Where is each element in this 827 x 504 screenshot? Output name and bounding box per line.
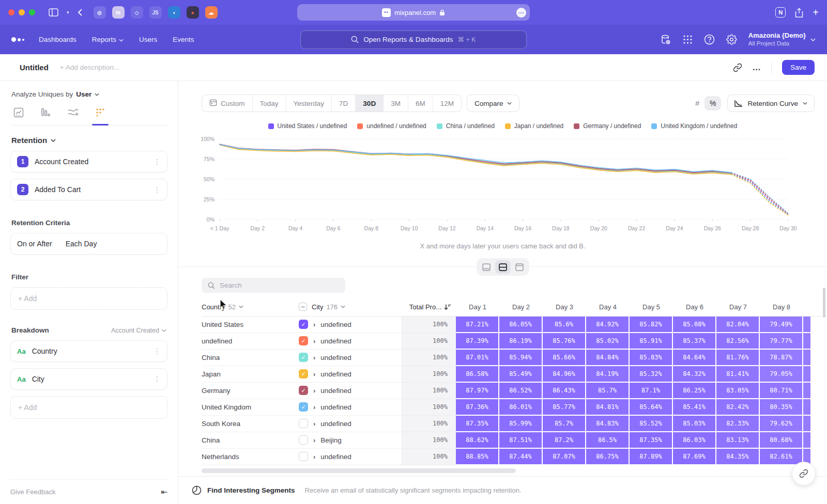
retention-value-cell[interactable]: 83.13% [716,432,760,449]
kebab-menu-icon[interactable]: ⋮ [154,158,161,166]
add-description[interactable]: + Add description... [60,64,119,71]
retention-value-cell[interactable]: 87.35% [456,416,499,432]
retention-value-cell[interactable]: 85.7% [543,416,586,432]
retention-value-cell[interactable]: 86.19% [499,333,543,350]
retention-value-cell[interactable]: 85.6% [543,317,586,333]
retention-value-cell[interactable]: 85.64% [630,399,673,416]
day-column-header[interactable]: Day 1 [456,298,499,316]
retention-value-cell[interactable]: 86.52% [499,383,543,399]
breakdown-card[interactable]: AaCity⋮ [10,368,167,390]
m-extension-icon[interactable]: m [112,6,125,19]
legend-item[interactable]: Japan / undefined [505,122,563,130]
legend-item[interactable]: United States / undefined [268,122,347,130]
new-tab-icon[interactable]: + [813,7,819,18]
retention-value-cell[interactable]: 85.52% [630,416,673,432]
row-checkbox[interactable] [299,419,308,428]
add-filter-button[interactable]: + Add [10,287,167,310]
retention-value-cell[interactable]: 80.71% [760,383,803,399]
tab-flows[interactable] [65,106,81,125]
retention-value-cell[interactable]: 86.25% [673,383,716,399]
legend-item[interactable]: undefined / undefined [357,122,426,130]
range-yesterday[interactable]: Yesterday [286,95,332,112]
retention-value-cell[interactable]: 79.05% [760,366,803,383]
tab-funnels[interactable] [38,106,53,125]
retention-value-cell[interactable]: 79.49% [760,317,803,333]
vertical-scrollbar[interactable] [823,288,825,318]
range-30d[interactable]: 30D [356,95,384,112]
retention-value-cell[interactable]: 80.68% [760,432,803,449]
range-12m[interactable]: 12M [433,95,461,112]
retention-value-cell[interactable]: 85.76% [543,333,586,350]
range-3m[interactable]: 3M [384,95,408,112]
retention-value-cell[interactable]: 87.1% [630,383,673,399]
retention-value-cell[interactable]: 88.62% [456,432,499,449]
chart-type-selector[interactable]: Retention Curve [727,94,815,112]
retention-value-cell[interactable]: 85.99% [499,416,543,432]
retention-value-cell[interactable]: 86.43% [543,383,586,399]
table-row[interactable]: Netherlands›undefined100%88.85%87.44%87.… [202,449,827,465]
retention-value-cell[interactable]: 81.76% [716,350,760,366]
retention-value-cell[interactable]: 85.91% [630,333,673,350]
table-only-view-button[interactable] [512,260,527,274]
day-column-header[interactable]: Day 6 [673,298,716,316]
zoom-window-button[interactable] [29,9,35,15]
settings-gear-icon[interactable] [726,34,737,45]
help-icon[interactable] [704,34,715,45]
range-6m[interactable]: 6M [408,95,433,112]
retention-value-cell[interactable]: 85.66% [543,350,586,366]
row-checkbox[interactable] [299,452,308,461]
total-column-header[interactable]: Total Pro... [401,298,456,316]
row-checkbox[interactable]: ✓ [299,320,308,329]
retention-value-cell[interactable]: 84.19% [586,366,630,383]
analyze-value[interactable]: User [76,90,91,98]
retention-value-cell[interactable]: 85.83% [630,350,673,366]
chart-only-view-button[interactable] [479,260,494,274]
range-custom[interactable]: Custom [202,95,253,112]
retention-value-cell[interactable]: 87.44% [499,449,543,465]
retention-value-cell[interactable]: 82.56% [716,333,760,350]
retention-section-title[interactable]: Retention [11,136,166,145]
project-switcher[interactable]: Amazonia {Demo} All Project Data [748,32,816,48]
compare-button[interactable]: Compare [467,94,520,112]
retention-value-cell[interactable]: 79.77% [760,333,803,350]
expand-row-icon[interactable]: › [313,354,315,361]
retention-value-cell[interactable]: 84.96% [543,366,586,383]
share-icon[interactable] [795,8,803,18]
select-all-checkbox[interactable]: – [299,303,307,311]
retention-value-cell[interactable]: 84.83% [586,416,630,432]
table-row[interactable]: undefined✓›undefined100%87.39%86.19%85.7… [202,333,827,350]
retention-value-cell[interactable]: 86.01% [499,399,543,416]
retention-value-cell[interactable]: 82.33% [716,416,760,432]
retention-value-cell[interactable]: 84.92% [586,317,630,333]
expand-row-icon[interactable]: › [313,387,315,395]
table-row[interactable]: Germany✓›undefined100%87.97%86.52%86.43%… [202,383,827,399]
day-column-header[interactable]: Day 5 [630,298,673,316]
opal-icon[interactable]: ◎ [94,6,106,19]
day-column-header[interactable]: Day 7 [716,298,760,316]
address-bar[interactable]: •• mixpanel.com ••• [297,4,530,21]
js-icon[interactable]: JS [149,6,162,19]
retention-value-cell[interactable]: 79.62% [760,416,803,432]
retention-value-cell[interactable]: 86.05% [499,317,543,333]
retention-value-cell[interactable]: 87.01% [456,350,499,366]
expand-row-icon[interactable]: › [313,337,315,345]
day-column-header[interactable]: Day 4 [586,298,630,316]
data-management-icon[interactable] [660,34,671,45]
mixpanel-logo[interactable] [11,37,24,42]
city-column-header[interactable]: – City 176 [299,298,401,316]
retention-value-cell[interactable]: 88.85% [456,449,499,465]
horizontal-scrollbar[interactable] [202,468,516,474]
sidebar-toggle-icon[interactable] [49,8,58,17]
row-checkbox[interactable]: ✓ [299,353,308,362]
red-app-icon[interactable]: ● [187,6,199,19]
table-search-input[interactable]: Search [202,278,345,293]
save-button[interactable]: Save [782,60,815,75]
retention-value-cell[interactable]: 85.02% [586,333,630,350]
give-feedback-link[interactable]: Give Feedback [10,488,55,496]
retention-value-cell[interactable]: 84.84% [586,350,630,366]
retention-value-cell[interactable]: 82.61% [760,449,803,465]
retention-value-cell[interactable]: 85.49% [499,366,543,383]
expand-row-icon[interactable]: › [313,321,315,328]
day-column-header[interactable]: Day 3 [543,298,586,316]
retention-value-cell[interactable]: 87.51% [499,432,543,449]
